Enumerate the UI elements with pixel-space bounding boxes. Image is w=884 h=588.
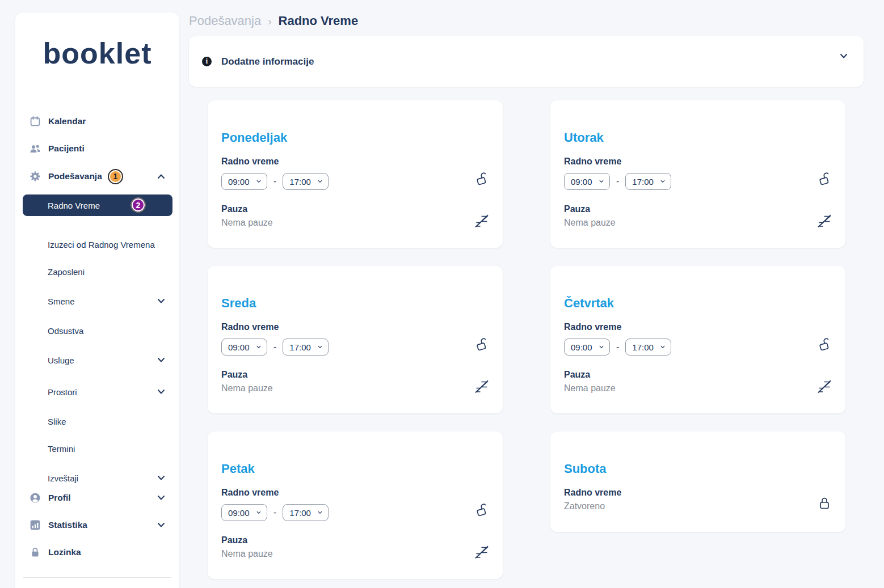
time-to-select[interactable]: 17:00 [283,339,329,356]
break-label: Pauza [221,204,247,214]
breadcrumb-separator-icon: › [268,14,271,28]
time-from-select[interactable]: 09:00 [221,173,267,190]
working-hours-label: Radno vreme [221,488,279,498]
chevron-down-icon [599,179,604,184]
statistics-icon [30,519,41,531]
lock-icon[interactable] [816,495,833,512]
chevron-up-icon [157,172,165,180]
sidebar-item-smene[interactable]: Smene [48,294,170,308]
breadcrumb-parent[interactable]: Podešavanja [189,14,261,28]
gear-icon [30,171,41,182]
sidebar-item-usluge[interactable]: Usluge [48,353,170,367]
break-value: Nema pauze [564,218,616,228]
sidebar-item-label: Usluge [48,356,74,365]
chevron-down-icon [157,388,165,396]
sidebar-item-podesavanja[interactable]: Podešavanja 1 [30,168,170,184]
sidebar-item-label: Radno Vreme [48,201,100,210]
chevron-down-icon [256,179,262,184]
sidebar-item-lozinka[interactable]: Lozinka [30,544,170,560]
working-hours-label: Radno vreme [221,322,279,332]
no-break-icon[interactable] [816,378,833,395]
breadcrumb: Podešavanja › Radno Vreme [189,14,358,28]
unlock-icon[interactable] [473,336,490,353]
sidebar-item-label: Statistika [48,520,87,530]
day-title: Petak [221,462,255,476]
chevron-down-icon [317,179,323,184]
time-to-value: 17:00 [289,342,311,352]
sidebar-item-izuzeci[interactable]: Izuzeci od Radnog Vremena [48,237,170,252]
sidebar-item-label: Odsustva [48,326,83,336]
chevron-down-icon [157,521,165,529]
page-title: Radno Vreme [279,14,359,28]
sidebar-item-label: Prostori [48,387,77,397]
sidebar-item-kalendar[interactable]: Kalendar [30,113,170,129]
day-card-utorak: Utorak Radno vreme 09:00 - 17:00 Pauza N… [550,100,845,248]
sidebar-item-label: Slike [48,417,66,426]
day-card-ponedeljak: Ponedeljak Radno vreme 09:00 - 17:00 Pau… [208,100,503,248]
sidebar-item-slike[interactable]: Slike [48,414,170,429]
no-break-icon[interactable] [816,213,833,230]
working-hours-label: Radno vreme [564,156,621,167]
chevron-down-icon [256,510,262,515]
chevron-down-icon [256,345,262,349]
day-card-subota: Subota Radno vreme Zatvoreno [550,432,845,532]
sidebar: booklet Kalendar Pacijenti [15,12,179,588]
unlock-icon[interactable] [473,171,490,188]
range-dash: - [616,342,619,352]
chevron-down-icon[interactable] [839,52,848,60]
additional-info-panel[interactable]: i Dodatne informacije [189,36,864,87]
day-title: Ponedeljak [221,130,287,145]
chevron-down-icon [317,345,323,349]
unlock-icon[interactable] [473,502,490,519]
sidebar-item-label: Kalendar [48,116,86,126]
working-hours-label: Radno vreme [221,156,279,167]
time-from-select[interactable]: 09:00 [221,504,267,521]
sidebar-item-label: Izveštaji [48,473,78,483]
range-dash: - [616,176,619,187]
time-to-select[interactable]: 17:00 [283,504,329,521]
day-title: Utorak [564,130,604,145]
no-break-icon[interactable] [473,213,490,230]
sidebar-item-label: Profil [48,493,71,503]
working-hours-label: Radno vreme [564,488,621,498]
sidebar-item-label: Zaposleni [48,267,85,277]
day-card-petak: Petak Radno vreme 09:00 - 17:00 Pauza Ne… [208,432,503,579]
step-annotation-badge: 2 [131,197,146,213]
sidebar-item-label: Termini [48,444,75,454]
time-from-select[interactable]: 09:00 [221,339,267,356]
time-to-select[interactable]: 17:00 [625,339,671,356]
time-from-select[interactable]: 09:00 [564,339,610,356]
no-break-icon[interactable] [473,378,490,395]
sidebar-item-zaposleni[interactable]: Zaposleni [48,264,170,279]
sidebar-item-statistika[interactable]: Statistika [30,517,170,533]
time-from-select[interactable]: 09:00 [564,173,610,190]
sidebar-item-izvestaji[interactable]: Izveštaji [48,471,170,485]
break-value: Nema pauze [221,549,273,559]
lock-icon [30,547,41,558]
sidebar-item-pacijenti[interactable]: Pacijenti [30,141,170,156]
day-title: Subota [564,462,607,476]
time-to-value: 17:00 [289,508,311,518]
sidebar-item-radno-vreme[interactable]: Radno Vreme 2 [23,194,172,216]
sidebar-item-label: Izuzeci od Radnog Vremena [48,240,155,249]
sidebar-item-termini[interactable]: Termini [48,441,170,456]
range-dash: - [273,176,276,187]
time-from-value: 09:00 [228,177,250,187]
chevron-down-icon [157,474,165,482]
sidebar-item-label: Smene [48,297,75,306]
sidebar-item-label: Pacijenti [48,143,85,154]
unlock-icon[interactable] [816,336,833,353]
chevron-down-icon [317,510,323,515]
chevron-down-icon [660,345,666,349]
closed-status: Zatvoreno [564,501,605,511]
time-to-select[interactable]: 17:00 [283,173,329,190]
time-to-select[interactable]: 17:00 [625,173,671,190]
break-value: Nema pauze [221,218,273,228]
break-label: Pauza [564,204,590,214]
no-break-icon[interactable] [473,544,490,561]
sidebar-item-odsustva[interactable]: Odsustva [48,323,170,338]
range-dash: - [273,342,276,352]
sidebar-item-profil[interactable]: Profil [30,490,170,506]
sidebar-item-prostori[interactable]: Prostori [48,384,170,399]
unlock-icon[interactable] [816,171,833,188]
